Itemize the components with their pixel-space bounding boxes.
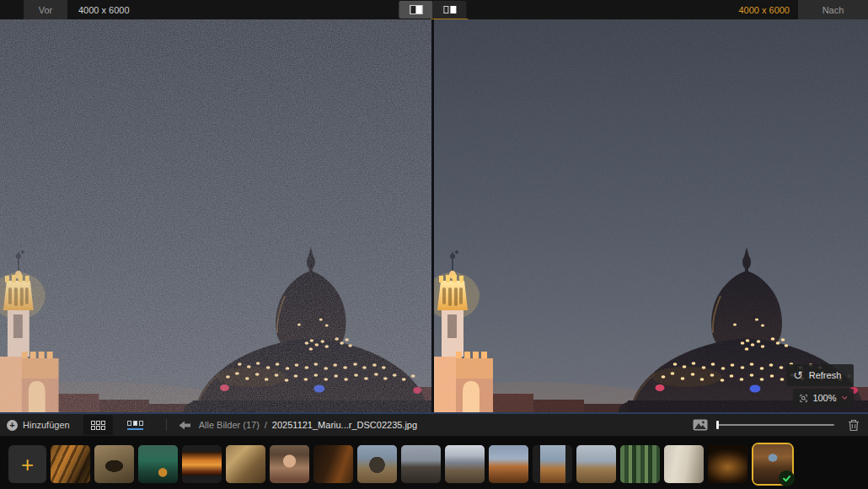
before-image [0, 19, 431, 412]
after-pane[interactable] [434, 19, 868, 412]
before-pane[interactable] [0, 19, 431, 412]
split-view-button[interactable] [399, 1, 432, 19]
thumbnail-hiker-rocks[interactable] [401, 445, 441, 483]
toolbar-right-group [693, 419, 860, 432]
before-dimensions: 4000 x 6000 [78, 5, 130, 15]
thumbnail-dark-canyon[interactable] [313, 445, 353, 483]
hiker-rocks-photo [401, 445, 441, 483]
night-market-photo [708, 445, 747, 483]
add-images-button[interactable]: + Hinzufügen [7, 420, 70, 431]
plus-circle-icon: + [7, 420, 18, 431]
plus-icon: + [21, 454, 34, 476]
refresh-icon: ↺ [793, 369, 803, 381]
thumbnail-steampunk-dog[interactable] [226, 445, 265, 483]
thumbnail-night-arch[interactable] [752, 443, 794, 486]
orange-rocks-photo [489, 445, 528, 483]
tab-after[interactable]: Nach [798, 0, 868, 19]
portrait-girl-photo [270, 445, 309, 483]
jungle-fantasy-photo [138, 445, 178, 483]
thumbnail-strip: + [0, 436, 868, 489]
burger-photo [182, 452, 222, 476]
thumbnail-size-slider[interactable] [716, 420, 834, 430]
grid-view-icon [91, 421, 105, 430]
zoom-value: 100% [812, 393, 836, 403]
after-image [434, 19, 868, 412]
slider-track [716, 424, 834, 426]
dark-canyon-photo [313, 445, 353, 483]
zoom-control[interactable]: 100% [793, 389, 854, 407]
breadcrumb-separator: / [265, 420, 267, 430]
selected-check-badge [779, 470, 795, 486]
toolbar-divider [166, 419, 167, 431]
magnifier-icon [800, 393, 807, 404]
thumbnail-desert-panorama[interactable] [576, 445, 616, 483]
thumbnail-mountain-peak[interactable] [357, 445, 397, 483]
filmstrip-view-icon [127, 421, 143, 430]
slider-handle[interactable] [716, 421, 719, 429]
side-by-side-view-button[interactable] [432, 1, 466, 19]
split-view-icon [410, 5, 422, 14]
thumbnail-white-tower[interactable] [664, 445, 704, 483]
thumbnail-cloud-valley[interactable] [445, 445, 485, 483]
add-images-label: Hinzufügen [23, 420, 70, 430]
check-icon [782, 474, 791, 483]
desert-panorama-photo [576, 445, 616, 483]
cacti-photo [620, 445, 660, 483]
tab-after-label: Nach [822, 5, 844, 15]
thumbnail-night-market[interactable] [708, 445, 747, 483]
tab-before-label: Vor [39, 5, 53, 15]
current-filename: 20251121_Mariu...r_DSC02235.jpg [272, 420, 417, 430]
grid-view-button[interactable] [83, 415, 113, 435]
tiger-photo [51, 445, 90, 483]
top-bar: Vor 4000 x 6000 4000 x 6000 Nach [0, 0, 868, 19]
tab-before[interactable]: Vor [24, 0, 67, 19]
white-tower-photo [664, 445, 704, 483]
thumbnail-desert-vertical[interactable] [533, 445, 572, 483]
comparison-viewer: ↺ Refresh 100% [0, 19, 868, 412]
view-toggle-group [399, 0, 466, 19]
after-dimensions: 4000 x 6000 [738, 5, 790, 15]
refresh-button[interactable]: ↺ Refresh [786, 364, 854, 386]
thumbnail-cacti[interactable] [620, 445, 660, 483]
desert-vertical-photo [540, 445, 565, 483]
add-thumbnail-tile[interactable]: + [8, 445, 46, 483]
thumbnail-tiger[interactable] [51, 445, 90, 483]
back-arrow-icon [179, 421, 191, 430]
thumbnail-burger[interactable] [182, 445, 222, 483]
filmstrip-view-button[interactable] [120, 415, 151, 435]
thumbnail-jungle-fantasy[interactable] [138, 445, 178, 483]
bottom-toolbar: + Hinzufügen Alle Bilder (17) / 20251121… [0, 414, 868, 436]
thumbnail-butterfly[interactable] [94, 445, 134, 483]
thumbnail-orange-rocks[interactable] [489, 445, 528, 483]
chevron-down-icon[interactable] [842, 395, 847, 400]
cloud-valley-photo [445, 445, 485, 483]
thumbnail-size-icon [693, 419, 708, 431]
breadcrumb-all-images[interactable]: Alle Bilder (17) [199, 420, 260, 430]
thumbnail-portrait-girl[interactable] [270, 445, 309, 483]
back-button[interactable] [179, 421, 191, 430]
butterfly-photo [94, 445, 134, 483]
steampunk-dog-photo [226, 445, 265, 483]
trash-icon[interactable] [848, 419, 860, 432]
refresh-label: Refresh [809, 370, 842, 380]
mountain-peak-photo [357, 445, 397, 483]
side-by-side-icon [443, 6, 456, 13]
